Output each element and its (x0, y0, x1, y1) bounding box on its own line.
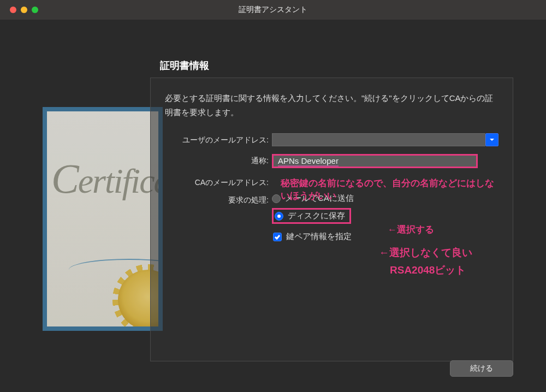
common-name-value: APNs Developer (278, 156, 339, 167)
titlebar: 証明書アシスタント (0, 0, 546, 20)
radio-email-to-ca[interactable]: メールでCAに送信 (272, 193, 498, 204)
content-area: Certificate 証明書情報 必要とする証明書に関する情報を入力してくださ… (0, 20, 546, 392)
instructions-text: 必要とする証明書に関する情報を入力してください。"続ける"をクリックしてCAから… (165, 91, 498, 119)
checkbox-keypair-row[interactable]: 鍵ペア情報を指定 (273, 231, 498, 242)
certificate-word: Certificate (51, 155, 163, 203)
info-panel: 証明書情報 必要とする証明書に関する情報を入力してください。"続ける"をクリック… (150, 56, 513, 361)
minimize-window-button[interactable] (21, 7, 27, 13)
common-name-label: 通称: (165, 154, 272, 166)
window-title: 証明書アシスタント (0, 5, 546, 15)
check-icon (274, 234, 281, 240)
footer: 続ける (450, 360, 513, 377)
row-user-email: ユーザのメールアドレス: (165, 133, 498, 146)
ca-email-label: CAのメールアドレス: (165, 176, 272, 188)
radio-disk-label: ディスクに保存 (288, 211, 345, 221)
row-ca-email: CAのメールアドレス: (165, 176, 498, 188)
radio-icon (272, 194, 281, 203)
checkbox-keypair[interactable] (273, 233, 282, 241)
row-common-name: 通称: APNs Developer (165, 154, 498, 168)
user-email-label: ユーザのメールアドレス: (165, 133, 272, 145)
zoom-window-button[interactable] (32, 7, 38, 13)
close-window-button[interactable] (10, 7, 16, 13)
panel-body: 必要とする証明書に関する情報を入力してください。"続ける"をクリックしてCAから… (150, 78, 513, 361)
user-email-dropdown-button[interactable] (485, 133, 498, 146)
common-name-input[interactable]: APNs Developer (272, 154, 478, 168)
panel-heading: 証明書情報 (150, 56, 513, 78)
radio-icon (275, 212, 283, 221)
user-email-input[interactable] (272, 133, 485, 146)
row-request-handling: 要求の処理: メールでCAに送信 ディスクに保存 (165, 193, 498, 224)
continue-button[interactable]: 続ける (450, 360, 513, 377)
request-label: 要求の処理: (165, 193, 272, 205)
certificate-assistant-window: 証明書アシスタント Certificate 証明書情報 必要とする証明書に関する… (0, 0, 546, 392)
chevron-down-icon (489, 137, 495, 142)
certificate-illustration: Certificate (43, 107, 163, 331)
checkbox-keypair-label: 鍵ペア情報を指定 (286, 231, 352, 242)
window-controls (10, 7, 38, 13)
radio-save-to-disk-highlight: ディスクに保存 (272, 208, 351, 224)
radio-save-to-disk[interactable]: ディスクに保存 (275, 211, 345, 221)
user-email-combo[interactable] (272, 133, 498, 146)
radio-email-label: メールでCAに送信 (285, 193, 354, 204)
